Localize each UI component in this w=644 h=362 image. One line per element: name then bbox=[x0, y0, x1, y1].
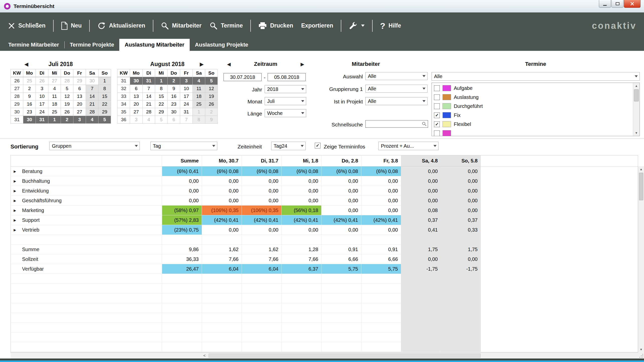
calendar-day[interactable]: 12 bbox=[205, 85, 218, 93]
calendar-day[interactable]: 16 bbox=[23, 100, 36, 108]
calendar-day[interactable]: 27 bbox=[130, 108, 143, 116]
resize-grip[interactable] bbox=[638, 352, 644, 358]
tab-auslastung-mitarbeiter[interactable]: Auslastung Mitarbeiter bbox=[119, 39, 189, 51]
calendar-day[interactable]: 9 bbox=[168, 85, 180, 93]
calendar-day[interactable]: 30 bbox=[130, 77, 143, 85]
maximize-button[interactable] bbox=[611, 0, 623, 8]
calendar-day[interactable]: 22 bbox=[155, 100, 168, 108]
calendar-day[interactable]: 27 bbox=[48, 77, 61, 85]
scrollbar-thumb[interactable] bbox=[639, 173, 643, 200]
calendar-day[interactable]: 23 bbox=[23, 108, 36, 116]
scroll-left-icon[interactable]: < bbox=[201, 353, 207, 359]
calendar-day[interactable]: 5 bbox=[205, 77, 218, 85]
appointment-type-checkbox[interactable]: ✓ bbox=[434, 112, 440, 118]
calendar-day[interactable]: 4 bbox=[193, 77, 205, 85]
new-button[interactable]: Neu bbox=[61, 22, 82, 30]
calendar-day[interactable]: 17 bbox=[180, 93, 193, 100]
calendar-day[interactable]: 25 bbox=[193, 100, 205, 108]
calendar-day[interactable]: 30 bbox=[168, 108, 180, 116]
calendar-day[interactable]: 8 bbox=[155, 85, 168, 93]
calendar-day[interactable]: 1 bbox=[48, 116, 61, 124]
calendar-day[interactable]: 28 bbox=[143, 108, 155, 116]
date-from-input[interactable]: 30.07.2018 bbox=[224, 73, 262, 81]
appointment-type-checkbox[interactable] bbox=[434, 130, 440, 136]
appointment-type-item[interactable]: Durchgeführt bbox=[432, 102, 633, 111]
appointment-filter-select[interactable]: Alle bbox=[432, 72, 640, 81]
appointment-type-item[interactable]: ✓Flexibel bbox=[432, 120, 633, 129]
calendar-day[interactable]: 19 bbox=[205, 93, 218, 100]
print-button[interactable]: Drucken bbox=[258, 22, 293, 30]
selection-select[interactable]: Alle bbox=[365, 72, 427, 80]
calendar-day[interactable]: 14 bbox=[86, 93, 98, 100]
calendar-day[interactable]: 12 bbox=[61, 93, 73, 100]
calendar-day[interactable]: 17 bbox=[36, 100, 48, 108]
appointment-type-checkbox[interactable] bbox=[434, 85, 440, 91]
granularity-select[interactable]: Tag bbox=[150, 142, 217, 150]
tab-termine-mitarbeiter[interactable]: Termine Mitarbeiter bbox=[3, 39, 64, 51]
calendar-day[interactable]: 31 bbox=[180, 108, 193, 116]
calendar-day[interactable]: 27 bbox=[73, 108, 86, 116]
calendar-day[interactable]: 30 bbox=[23, 116, 36, 124]
scrollbar-thumb[interactable] bbox=[208, 353, 481, 358]
calendar-day[interactable]: 14 bbox=[143, 93, 155, 100]
display-mode-select[interactable]: Prozent + Au... bbox=[378, 142, 439, 150]
calendar-day[interactable]: 10 bbox=[180, 85, 193, 93]
calendar-day[interactable]: 6 bbox=[168, 116, 180, 124]
calendar-day[interactable]: 9 bbox=[23, 93, 36, 100]
list-scrollbar[interactable]: ▲ ▼ bbox=[633, 83, 639, 136]
time-unit-select[interactable]: Tag24 bbox=[271, 142, 306, 150]
calendar-day[interactable]: 3 bbox=[73, 116, 86, 124]
show-infos-checkbox[interactable]: ✓ bbox=[315, 143, 320, 148]
minimize-button[interactable] bbox=[599, 0, 611, 8]
calendar-day[interactable]: 2 bbox=[61, 116, 73, 124]
calendar-day[interactable]: 20 bbox=[130, 100, 143, 108]
scroll-up-icon[interactable]: ▲ bbox=[633, 83, 639, 89]
calendar-day[interactable]: 19 bbox=[61, 100, 73, 108]
calendar-day[interactable]: 2 bbox=[23, 85, 36, 93]
calendar-day[interactable]: 29 bbox=[98, 108, 111, 116]
calendar-day[interactable]: 13 bbox=[73, 93, 86, 100]
calendar-day[interactable]: 18 bbox=[193, 93, 205, 100]
row-expander-icon[interactable]: ▶ bbox=[11, 176, 19, 186]
calendar-day[interactable]: 31 bbox=[143, 77, 155, 85]
calendar-day[interactable]: 28 bbox=[86, 108, 98, 116]
calendar-day[interactable]: 1 bbox=[98, 77, 111, 85]
calendar-day[interactable]: 2 bbox=[168, 77, 180, 85]
calendar-day[interactable]: 26 bbox=[61, 108, 73, 116]
scroll-up-icon[interactable]: ▲ bbox=[638, 166, 644, 172]
date-to-input[interactable]: 05.08.2018 bbox=[268, 73, 306, 81]
calendar-day[interactable]: 28 bbox=[61, 77, 73, 85]
row-expander-icon[interactable]: ▶ bbox=[11, 206, 19, 215]
calendar-day[interactable]: 4 bbox=[48, 85, 61, 93]
help-button[interactable]: ? Hilfe bbox=[380, 22, 401, 30]
table-vertical-scrollbar[interactable]: ▲ ▼ bbox=[638, 166, 644, 352]
calendar-day[interactable]: 5 bbox=[155, 116, 168, 124]
calendar-day[interactable]: 25 bbox=[23, 77, 36, 85]
calendar-day[interactable]: 7 bbox=[180, 116, 193, 124]
row-expander-icon[interactable]: ▶ bbox=[11, 166, 19, 176]
tab-termine-projekte[interactable]: Termine Projekte bbox=[65, 39, 120, 51]
calendar-day[interactable]: 13 bbox=[130, 93, 143, 100]
calendar-day[interactable]: 26 bbox=[36, 77, 48, 85]
calendar-day[interactable]: 4 bbox=[143, 116, 155, 124]
export-button[interactable]: Exportieren bbox=[301, 22, 333, 29]
calendar-prev-icon[interactable]: ◀ bbox=[25, 61, 28, 68]
appointment-type-item[interactable]: Auslastung bbox=[432, 93, 633, 102]
length-select[interactable]: Woche bbox=[265, 109, 306, 117]
row-expander-icon[interactable]: ▶ bbox=[11, 215, 19, 225]
calendar-day[interactable]: 25 bbox=[48, 108, 61, 116]
calendar-day[interactable]: 8 bbox=[98, 85, 111, 93]
calendar-day[interactable]: 3 bbox=[130, 116, 143, 124]
calendar-day[interactable]: 7 bbox=[86, 85, 98, 93]
calendar-day[interactable]: 15 bbox=[98, 93, 111, 100]
employees-search-button[interactable]: Mitarbeiter bbox=[161, 22, 202, 30]
appointment-type-checkbox[interactable]: ✓ bbox=[434, 121, 440, 127]
appointment-type-checkbox[interactable] bbox=[434, 103, 440, 109]
calendar-day[interactable]: 21 bbox=[86, 100, 98, 108]
calendar-day[interactable]: 18 bbox=[48, 100, 61, 108]
appointment-type-checkbox[interactable] bbox=[434, 94, 440, 100]
calendar-next-icon[interactable]: ▶ bbox=[200, 61, 203, 68]
calendar-day[interactable]: 2 bbox=[205, 108, 218, 116]
appointment-type-item[interactable]: Aufgabe bbox=[432, 84, 633, 93]
in-project-select[interactable]: Alle bbox=[365, 97, 427, 105]
